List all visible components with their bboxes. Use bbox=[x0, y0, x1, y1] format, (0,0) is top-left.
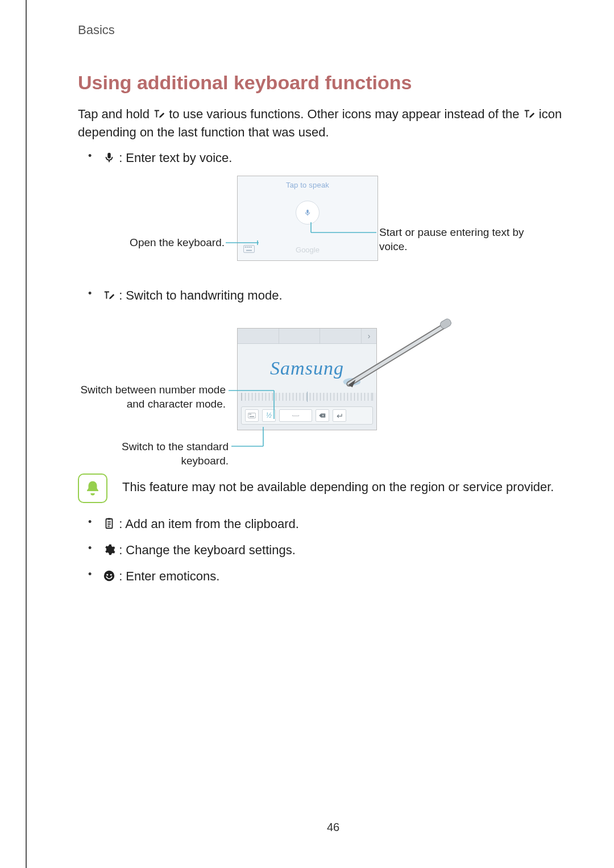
intro-paragraph: Tap and hold to use various functions. O… bbox=[78, 105, 588, 142]
mode-toggle-button[interactable]: ½ bbox=[262, 409, 276, 422]
bullet-voice: : Enter text by voice. bbox=[78, 148, 588, 168]
clipboard-icon bbox=[103, 516, 115, 529]
mic-button[interactable] bbox=[296, 201, 320, 225]
bullet-settings: : Change the keyboard settings. bbox=[78, 541, 588, 560]
google-label: Google bbox=[238, 246, 377, 254]
bullet-clipboard-text: : Add an item from the clipboard. bbox=[119, 517, 299, 531]
callout-standard-keyboard: Switch to the standard keyboard. bbox=[78, 440, 229, 468]
enter-button[interactable] bbox=[333, 409, 346, 422]
page-title: Using additional keyboard functions bbox=[78, 72, 588, 94]
svg-point-25 bbox=[104, 571, 114, 581]
svg-rect-12 bbox=[249, 414, 250, 414]
note-row: This feature may not be available depend… bbox=[78, 474, 588, 503]
bullet-handwriting: : Switch to handwriting mode. bbox=[78, 286, 588, 305]
bullet-voice-text: : Enter text by voice. bbox=[119, 151, 232, 165]
note-text: This feature may not be available depend… bbox=[122, 474, 554, 496]
svg-rect-11 bbox=[250, 416, 254, 417]
bullet-emoticons-text: : Enter emoticons. bbox=[119, 569, 219, 583]
handwriting-ruler bbox=[241, 393, 373, 401]
svg-rect-13 bbox=[250, 414, 251, 414]
callout-number-mode: Switch between number mode and character… bbox=[78, 383, 226, 411]
t-pen-icon bbox=[103, 288, 115, 300]
callout-open-keyboard: Open the keyboard. bbox=[122, 236, 225, 250]
bullet-handwriting-text: : Switch to handwriting mode. bbox=[119, 288, 282, 302]
mic-icon bbox=[103, 150, 115, 163]
figure-voice-input: Tap to speak Google Open the keyboard. S… bbox=[78, 176, 590, 272]
intro-part1: Tap and hold bbox=[78, 107, 153, 121]
bullet-emoticons: : Enter emoticons. bbox=[78, 567, 588, 586]
topbar-expand[interactable]: › bbox=[362, 329, 376, 343]
handwriting-topbar: › bbox=[238, 329, 376, 344]
svg-rect-15 bbox=[439, 318, 452, 330]
intro-part2: to use various functions. Other icons ma… bbox=[169, 107, 522, 121]
section-header: Basics bbox=[78, 23, 588, 38]
handwriting-panel: › Samsung ½ bbox=[237, 328, 377, 430]
notice-bell-icon bbox=[78, 474, 107, 503]
topbar-seg[interactable] bbox=[320, 329, 362, 343]
voice-panel: Tap to speak Google bbox=[237, 176, 378, 261]
topbar-seg[interactable] bbox=[279, 329, 321, 343]
gear-icon bbox=[103, 542, 115, 555]
smiley-icon bbox=[103, 568, 115, 581]
tap-to-speak-label: Tap to speak bbox=[238, 176, 377, 189]
handwriting-sample-text: Samsung bbox=[270, 358, 344, 379]
space-button[interactable] bbox=[279, 409, 312, 422]
page-number: 46 bbox=[27, 821, 614, 834]
svg-rect-10 bbox=[248, 413, 255, 418]
backspace-button[interactable] bbox=[316, 409, 329, 422]
figure-handwriting: › Samsung ½ bbox=[78, 312, 590, 460]
svg-point-27 bbox=[110, 574, 112, 576]
callout-start-pause-voice: Start or pause entering text by voice. bbox=[379, 226, 544, 254]
t-pen-icon bbox=[153, 107, 165, 119]
handwriting-bottombar: ½ bbox=[241, 406, 373, 425]
svg-point-26 bbox=[106, 574, 108, 576]
svg-rect-21 bbox=[107, 518, 111, 520]
bullet-clipboard: : Add an item from the clipboard. bbox=[78, 514, 588, 534]
handwriting-area[interactable]: Samsung bbox=[238, 344, 376, 393]
t-pen-icon bbox=[523, 107, 536, 119]
bullet-settings-text: : Change the keyboard settings. bbox=[119, 543, 296, 557]
topbar-seg[interactable] bbox=[238, 329, 279, 343]
keyboard-switch-button[interactable] bbox=[245, 409, 259, 422]
